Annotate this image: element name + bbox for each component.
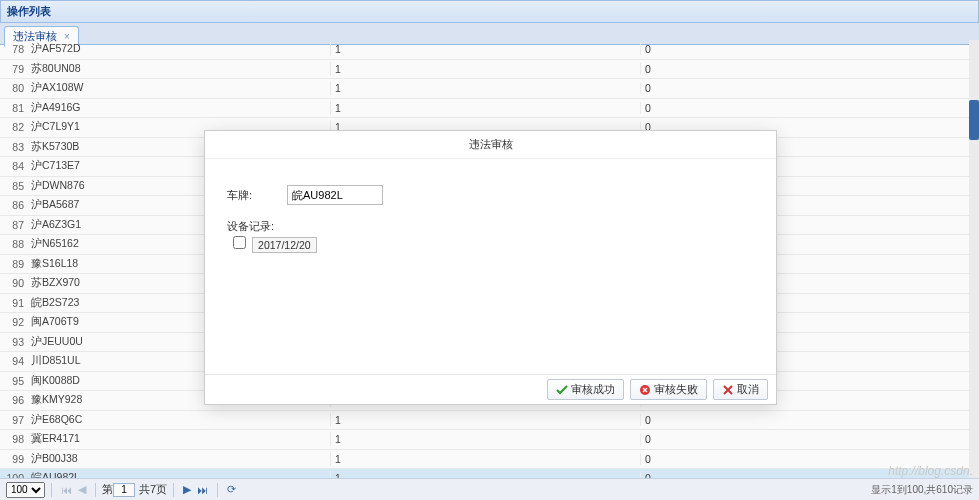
approve-button[interactable]: 审核成功 bbox=[547, 379, 624, 400]
modal-body: 车牌: 设备记录: 2017/12/20 bbox=[205, 159, 776, 374]
modal-title: 违法审核 bbox=[205, 131, 776, 159]
cancel-icon bbox=[722, 384, 734, 396]
error-icon bbox=[639, 384, 651, 396]
modal-dialog: 违法审核 车牌: 设备记录: 2017/12/20 审核成功 审核失败 取消 bbox=[204, 130, 777, 405]
modal-footer: 审核成功 审核失败 取消 bbox=[205, 374, 776, 404]
record-label: 设备记录: bbox=[227, 219, 754, 234]
record-checkbox[interactable] bbox=[233, 236, 246, 249]
plate-label: 车牌: bbox=[227, 188, 287, 203]
reject-button[interactable]: 审核失败 bbox=[630, 379, 707, 400]
plate-input[interactable] bbox=[287, 185, 383, 205]
check-icon bbox=[556, 384, 568, 396]
cancel-button[interactable]: 取消 bbox=[713, 379, 768, 400]
record-date[interactable]: 2017/12/20 bbox=[252, 237, 317, 253]
record-row: 2017/12/20 bbox=[233, 236, 754, 253]
